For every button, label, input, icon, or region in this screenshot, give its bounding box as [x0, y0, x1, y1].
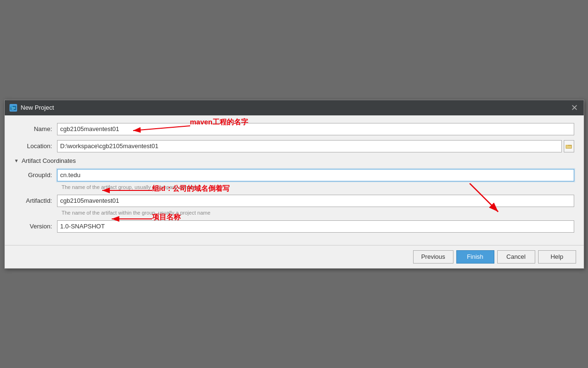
version-row: Version:: [14, 220, 574, 233]
version-label: Version:: [14, 223, 57, 230]
cancel-button[interactable]: Cancel: [497, 250, 535, 264]
browse-button[interactable]: [564, 140, 574, 152]
section-title: Artifact Coordinates: [21, 157, 76, 164]
dialog-body: Name: Location: ▼ Artifac: [5, 115, 584, 245]
svg-rect-1: [10, 106, 13, 107]
groupid-label: GroupId:: [14, 171, 57, 179]
dialog-title: New Project: [21, 104, 54, 111]
name-input-wrap: [57, 123, 574, 135]
location-input-wrap: [57, 140, 574, 152]
name-label: Name:: [14, 125, 57, 132]
help-button[interactable]: Help: [538, 250, 576, 264]
section-toggle-icon: ▼: [14, 158, 19, 163]
groupid-hint: The name of the artifact group, usually …: [62, 184, 574, 190]
artifactid-label: ArtifactId:: [14, 197, 57, 204]
finish-button[interactable]: Finish: [456, 250, 494, 264]
artifactid-hint: The name of the artifact within the grou…: [62, 210, 574, 216]
groupid-row: GroupId:: [14, 169, 574, 181]
previous-button[interactable]: Previous: [413, 250, 453, 264]
dialog-icon: [10, 104, 17, 112]
title-bar: New Project ✕: [5, 100, 584, 115]
groupid-input-wrap: [57, 169, 574, 181]
location-label: Location:: [14, 142, 57, 150]
new-project-dialog: New Project ✕ Name: Location:: [4, 100, 584, 269]
location-row: Location:: [14, 140, 574, 152]
artifactid-row: ArtifactId:: [14, 195, 574, 207]
name-input[interactable]: [57, 123, 574, 135]
artifactid-input-wrap: [57, 195, 574, 207]
artifact-section-header[interactable]: ▼ Artifact Coordinates: [14, 157, 574, 164]
close-button[interactable]: ✕: [570, 104, 579, 112]
svg-rect-4: [11, 109, 14, 110]
location-input[interactable]: [57, 140, 562, 152]
svg-rect-6: [566, 145, 568, 146]
version-input-wrap: [57, 220, 574, 233]
svg-rect-7: [566, 146, 571, 148]
dialog-footer: Previous Finish Cancel Help: [5, 245, 584, 268]
version-input[interactable]: [57, 220, 574, 233]
title-bar-left: New Project: [10, 104, 54, 112]
groupid-input[interactable]: [57, 169, 574, 181]
name-row: Name:: [14, 123, 574, 135]
svg-rect-3: [11, 108, 15, 109]
artifactid-input[interactable]: [57, 195, 574, 207]
svg-rect-2: [11, 107, 15, 108]
